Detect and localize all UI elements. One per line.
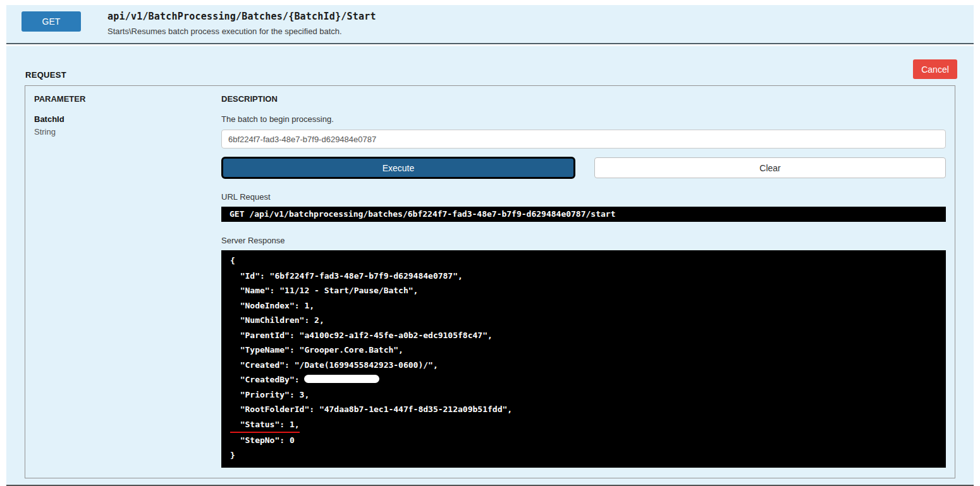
request-box: PARAMETER BatchId String DESCRIPTION The… bbox=[25, 85, 955, 478]
parameter-description: The batch to begin processing. bbox=[221, 114, 946, 124]
clear-button[interactable]: Clear bbox=[594, 157, 946, 178]
status-annotated-text: "Status": 1, bbox=[230, 417, 300, 434]
response-line-text: "NodeIndex": 1, bbox=[230, 301, 314, 310]
response-line: "ParentId": "a4100c92-a1f2-45fe-a0b2-edc… bbox=[230, 328, 937, 343]
response-line-text: "CreatedBy": bbox=[230, 375, 304, 384]
response-line: "NumChildren": 2, bbox=[230, 313, 937, 328]
response-line: "Created": "/Date(1699455842923-0600)/", bbox=[230, 358, 937, 373]
url-request-label: URL Request bbox=[221, 192, 946, 202]
response-line: "StepNo": 0 bbox=[230, 433, 937, 448]
cancel-button[interactable]: Cancel bbox=[913, 59, 957, 79]
response-line: "CreatedBy": bbox=[230, 372, 937, 387]
action-button-row: Execute Clear bbox=[221, 157, 946, 179]
batchid-input[interactable] bbox=[221, 130, 946, 149]
execute-button[interactable]: Execute bbox=[221, 157, 575, 179]
description-column-header: DESCRIPTION bbox=[221, 94, 946, 104]
http-method-button[interactable]: GET bbox=[21, 11, 81, 32]
response-line: { bbox=[230, 253, 937, 269]
response-line-text: "Id": "6bf224f7-fad3-48e7-b7f9-d629484e0… bbox=[230, 271, 463, 281]
response-line: "TypeName": "Grooper.Core.Batch", bbox=[230, 343, 937, 358]
response-line: "Status": 1, bbox=[230, 417, 937, 434]
endpoint-description: Starts\Resumes batch process execution f… bbox=[107, 27, 376, 36]
url-request-value: GET /api/v1/batchprocessing/batches/6bf2… bbox=[221, 207, 946, 222]
endpoint-header: GET api/v1/BatchProcessing/Batches/{Batc… bbox=[6, 5, 974, 44]
parameter-grid: PARAMETER BatchId String DESCRIPTION The… bbox=[34, 94, 946, 468]
response-line-text: "StepNo": 0 bbox=[230, 435, 295, 445]
redacted-value bbox=[304, 375, 379, 383]
response-line-text: { bbox=[230, 256, 235, 265]
response-line-text: "Priority": 3, bbox=[230, 390, 309, 399]
description-column: DESCRIPTION The batch to begin processin… bbox=[221, 94, 946, 468]
api-endpoint-panel: GET api/v1/BatchProcessing/Batches/{Batc… bbox=[0, 0, 980, 486]
server-response-label: Server Response bbox=[221, 236, 946, 245]
response-line-text: } bbox=[230, 451, 235, 460]
parameter-name: BatchId bbox=[34, 114, 221, 124]
response-line-text: "RootFolderId": "47daa8b7-1ec1-447f-8d35… bbox=[230, 404, 512, 414]
request-section-label: REQUEST bbox=[25, 70, 955, 80]
response-line: "RootFolderId": "47daa8b7-1ec1-447f-8d35… bbox=[230, 402, 937, 417]
response-line: "Priority": 3, bbox=[230, 387, 937, 403]
endpoint-path[interactable]: api/v1/BatchProcessing/Batches/{BatchId}… bbox=[107, 11, 376, 22]
response-line-text: "ParentId": "a4100c92-a1f2-45fe-a0b2-edc… bbox=[230, 331, 493, 340]
parameter-type: String bbox=[34, 127, 221, 137]
response-line-text: "NumChildren": 2, bbox=[230, 315, 324, 325]
endpoint-info: api/v1/BatchProcessing/Batches/{BatchId}… bbox=[107, 11, 376, 36]
response-line: "NodeIndex": 1, bbox=[230, 298, 937, 313]
response-line-text: "TypeName": "Grooper.Core.Batch", bbox=[230, 345, 403, 355]
response-line: } bbox=[230, 448, 937, 463]
request-panel: Cancel REQUEST PARAMETER BatchId String … bbox=[6, 46, 974, 486]
parameter-column: PARAMETER BatchId String bbox=[34, 94, 221, 468]
server-response-body: { "Id": "6bf224f7-fad3-48e7-b7f9-d629484… bbox=[221, 250, 946, 468]
response-line: "Id": "6bf224f7-fad3-48e7-b7f9-d629484e0… bbox=[230, 269, 937, 284]
response-line-text: "Created": "/Date(1699455842923-0600)/", bbox=[230, 360, 438, 370]
parameter-column-header: PARAMETER bbox=[34, 94, 221, 104]
response-line: "Name": "11/12 - Start/Pause/Batch", bbox=[230, 283, 937, 298]
response-line-text: "Name": "11/12 - Start/Pause/Batch", bbox=[230, 286, 418, 295]
